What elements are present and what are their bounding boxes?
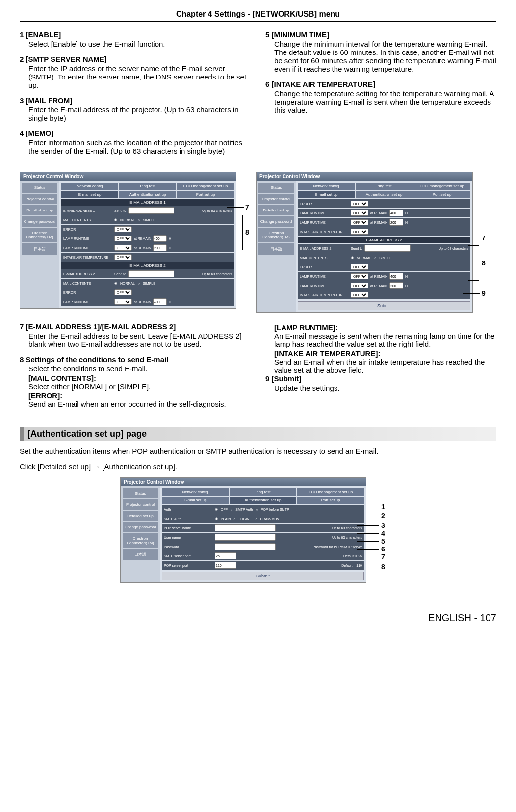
tab-auth-setup[interactable]: Authentication set up bbox=[119, 191, 176, 198]
lower-description-columns: 7 [E-MAIL ADDRESS 1]/[E-MAIL ADDRESS 2]E… bbox=[20, 322, 496, 415]
auth-callout-2: 2 bbox=[381, 512, 385, 520]
auth-intro-2: Click [Detailed set up] → [Authenticatio… bbox=[20, 462, 496, 471]
sidebar-change-password[interactable]: Change password bbox=[22, 216, 57, 227]
sidebar-detailed-setup[interactable]: Detailed set up bbox=[22, 205, 57, 215]
sidebar: Status Projector control Detailed set up… bbox=[20, 181, 59, 308]
page-footer: ENGLISH - 107 bbox=[20, 612, 496, 624]
password-input[interactable] bbox=[215, 543, 276, 550]
tab-ping-test[interactable]: Ping test bbox=[119, 183, 176, 190]
auth-callout-5: 5 bbox=[381, 537, 385, 545]
section-header-addr1: E-MAIL ADDRESS 1 bbox=[61, 199, 234, 206]
auth-callout-1: 1 bbox=[381, 503, 385, 511]
email2-input[interactable] bbox=[128, 270, 174, 277]
auth-section-header: [Authentication set up] page bbox=[20, 427, 496, 441]
tab-email-setup[interactable]: E-mail set up bbox=[61, 191, 118, 198]
auth-callout-4: 4 bbox=[381, 529, 385, 537]
tab-eco-mgmt[interactable]: ECO management set up bbox=[177, 183, 234, 190]
sidebar-crestron[interactable]: Crestron Connected(TM) bbox=[22, 228, 57, 242]
email1-input[interactable] bbox=[128, 207, 174, 214]
smtp-port-input[interactable] bbox=[215, 552, 236, 559]
sidebar-projector-control[interactable]: Projector control bbox=[22, 194, 57, 204]
submit-button[interactable]: Submit bbox=[298, 301, 470, 310]
pop-port-input[interactable] bbox=[215, 562, 236, 569]
right-column: 5 [MINIMUM TIME]Change the minimum inter… bbox=[265, 30, 496, 162]
left-column: 1 [ENABLE]Select [Enable] to use the E-m… bbox=[20, 30, 251, 162]
window-title: Projector Control Window bbox=[20, 172, 236, 181]
callout-8: 8 bbox=[245, 228, 249, 236]
item-title: [ENABLE] bbox=[26, 30, 61, 39]
callout-9: 9 bbox=[482, 289, 486, 297]
auth-submit-button[interactable]: Submit bbox=[162, 572, 364, 580]
pop-server-input[interactable] bbox=[215, 524, 276, 531]
auth-callout-8: 8 bbox=[381, 563, 385, 571]
auth-callout-6: 6 bbox=[381, 545, 385, 553]
sidebar-status[interactable]: Status bbox=[22, 183, 57, 193]
chapter-header: Chapter 4 Settings - [NETWORK/USB] menu bbox=[20, 10, 496, 22]
item-num: 1 bbox=[20, 30, 24, 39]
top-description-columns: 1 [ENABLE]Select [Enable] to use the E-m… bbox=[20, 30, 496, 162]
section-header-addr2: E-MAIL ADDRESS 2 bbox=[61, 262, 234, 269]
auth-screenshot: Projector Control Window Status Projecto… bbox=[20, 477, 496, 583]
sidebar-japanese[interactable]: 日本語 bbox=[22, 243, 57, 255]
tab-port-setup[interactable]: Port set up bbox=[177, 191, 234, 198]
username-input[interactable] bbox=[215, 534, 276, 541]
tab-network-config[interactable]: Network config bbox=[61, 183, 118, 190]
auth-intro-1: Set the authentication items when POP au… bbox=[20, 447, 496, 455]
auth-callout-3: 3 bbox=[381, 522, 385, 529]
screenshot-1: Projector Control Window Status Projecto… bbox=[20, 172, 251, 309]
callout-7: 7 bbox=[245, 203, 249, 211]
item-desc: Select [Enable] to use the E-mail functi… bbox=[28, 40, 251, 48]
error-select[interactable]: OFF bbox=[114, 226, 132, 232]
screenshot-2: Projector Control Window Status Projecto… bbox=[256, 172, 488, 313]
auth-callout-7: 7 bbox=[381, 553, 385, 561]
screenshot-row: Projector Control Window Status Projecto… bbox=[20, 172, 496, 313]
